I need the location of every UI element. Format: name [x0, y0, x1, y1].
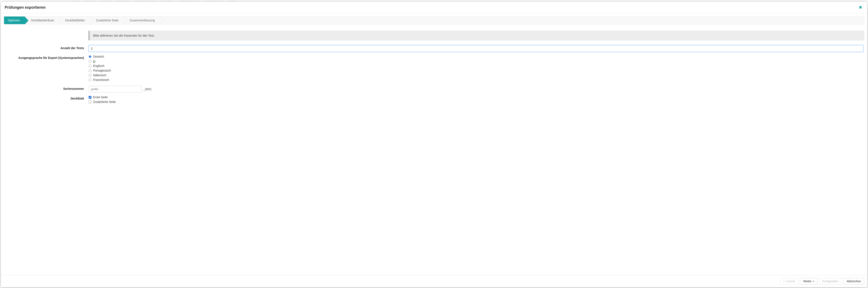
form-area: Bitte definieren Sie die Parameter für d… [4, 31, 864, 105]
lang-label: Italienisch [93, 73, 106, 77]
step-optionen[interactable]: Optionen [4, 16, 25, 24]
step-label: Zusätzliche Seite [96, 19, 119, 22]
cover-checkbox[interactable] [89, 101, 91, 103]
cancel-label: Abbrechen [846, 280, 861, 283]
modal-body: Optionen Deckblattattribute Deckblattfel… [1, 13, 867, 275]
finish-button: Fertigstellen [819, 278, 842, 285]
next-label: Weiter [803, 280, 812, 283]
cover-options: Erste Seite Zusätzliche Seite [89, 96, 864, 105]
cancel-button[interactable]: Abbrechen [843, 278, 864, 285]
language-options: Deutsch jp Englisch Portugiesisch Italie… [89, 55, 864, 83]
finish-label: Fertigstellen [823, 280, 838, 283]
step-label: Zusammenfassung [130, 19, 155, 22]
row-test-count: Anzahl der Tests [4, 45, 864, 52]
lang-radio[interactable] [89, 69, 91, 72]
label-cover: Deckblatt [4, 96, 89, 100]
cover-option-erste-seite[interactable]: Erste Seite [89, 96, 863, 99]
back-button: « Zurück [780, 278, 798, 285]
wizard-steps: Optionen Deckblattattribute Deckblattfel… [4, 16, 864, 24]
step-zusaetzliche-seite[interactable]: Zusätzliche Seite [90, 16, 123, 24]
lang-label: jp [93, 60, 95, 63]
test-count-input[interactable] [89, 45, 863, 52]
lang-option-portugiesisch[interactable]: Portugiesisch [89, 69, 863, 72]
back-label: Zurück [786, 280, 795, 283]
step-zusammenfassung[interactable]: Zusammenfassung [123, 16, 159, 24]
lang-radio[interactable] [89, 79, 91, 81]
row-language: Ausgangsprache für Export (Systemsprache… [4, 55, 864, 83]
step-label: Deckblattattribute [31, 19, 54, 22]
lang-option-jp[interactable]: jp [89, 60, 863, 63]
cover-checkbox[interactable] [89, 96, 91, 99]
lang-option-italienisch[interactable]: Italienisch [89, 73, 863, 77]
lang-label: Französisch [93, 78, 109, 81]
step-deckblattattribute[interactable]: Deckblattattribute [25, 16, 59, 24]
lang-radio[interactable] [89, 55, 91, 58]
lang-option-deutsch[interactable]: Deutsch [89, 55, 863, 58]
chevron-left-icon: « [783, 280, 785, 283]
cover-label: Zusätzliche Seite [93, 100, 116, 104]
row-serial: Seriennummer _0001 [4, 86, 864, 93]
serial-prefix-input[interactable] [89, 86, 142, 93]
next-button[interactable]: Weiter » [800, 278, 817, 285]
lang-option-franzoesisch[interactable]: Französisch [89, 78, 863, 81]
step-deckblattfelder[interactable]: Deckblattfelder [59, 16, 90, 24]
step-label: Deckblattfelder [65, 19, 85, 22]
row-cover: Deckblatt Erste Seite Zusätzliche Seite [4, 96, 864, 105]
label-serial: Seriennummer [4, 86, 89, 91]
lang-option-englisch[interactable]: Englisch [89, 64, 863, 68]
label-language: Ausgangsprache für Export (Systemsprache… [4, 55, 89, 60]
cover-label: Erste Seite [93, 96, 107, 99]
info-banner: Bitte definieren Sie die Parameter für d… [89, 31, 864, 40]
lang-radio[interactable] [89, 74, 91, 77]
modal-footer: « Zurück Weiter » Fertigstellen Abbreche… [1, 275, 867, 287]
export-modal: Prüfungen exportieren ✖ Optionen Deckbla… [1, 1, 867, 287]
serial-suffix: _0001 [144, 87, 152, 91]
label-test-count: Anzahl der Tests [4, 45, 89, 50]
modal-header: Prüfungen exportieren ✖ [1, 2, 867, 13]
modal-title: Prüfungen exportieren [5, 5, 45, 10]
cover-option-zusaetzliche-seite[interactable]: Zusätzliche Seite [89, 100, 863, 104]
lang-label: Portugiesisch [93, 69, 111, 72]
close-icon[interactable]: ✖ [858, 5, 863, 10]
chevron-right-icon: » [813, 280, 814, 283]
lang-radio[interactable] [89, 65, 91, 67]
step-label: Optionen [8, 19, 20, 22]
lang-label: Deutsch [93, 55, 104, 58]
lang-label: Englisch [93, 64, 104, 68]
lang-radio[interactable] [89, 60, 91, 63]
